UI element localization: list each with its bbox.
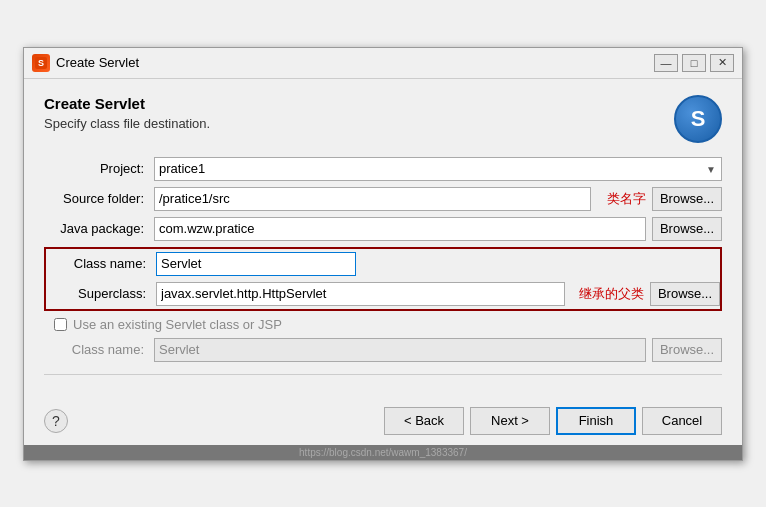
cancel-button[interactable]: Cancel xyxy=(642,407,722,435)
superclass-row: Superclass: 继承的父类 Browse... xyxy=(46,279,720,309)
svg-text:S: S xyxy=(38,58,44,68)
project-row: Project: pratice1 ▼ xyxy=(44,157,722,181)
class-name-section: Class name: Superclass: 继承的父类 Browse... xyxy=(44,247,722,311)
java-package-row: Java package: Browse... xyxy=(44,217,722,241)
window-controls[interactable]: — □ ✕ xyxy=(654,54,734,72)
source-folder-input[interactable] xyxy=(154,187,591,211)
class-name-label: Class name: xyxy=(46,256,156,271)
existing-servlet-checkbox[interactable] xyxy=(54,318,67,331)
back-button[interactable]: < Back xyxy=(384,407,464,435)
checkbox-row: Use an existing Servlet class or JSP xyxy=(44,317,722,332)
help-button[interactable]: ? xyxy=(44,409,68,433)
url-text: https://blog.csdn.net/wawm_1383367/ xyxy=(299,447,467,458)
disabled-class-name-browse-button: Browse... xyxy=(652,338,722,362)
disabled-class-name-label: Class name: xyxy=(44,342,154,357)
annotation-classname: 类名字 xyxy=(607,190,646,208)
form-area: Project: pratice1 ▼ Source folder: 类名字 xyxy=(44,157,722,362)
source-folder-row: Source folder: 类名字 Browse... xyxy=(44,187,722,211)
project-label: Project: xyxy=(44,161,154,176)
class-name-row: Class name: xyxy=(46,249,720,279)
annotation-superclass: 继承的父类 xyxy=(579,285,644,303)
java-package-label: Java package: xyxy=(44,221,154,236)
class-name-input[interactable] xyxy=(156,252,356,276)
close-button[interactable]: ✕ xyxy=(710,54,734,72)
source-folder-label: Source folder: xyxy=(44,191,154,206)
superclass-input[interactable] xyxy=(156,282,565,306)
page-title: Create Servlet xyxy=(44,95,210,112)
logo: S xyxy=(674,95,722,143)
minimize-button[interactable]: — xyxy=(654,54,678,72)
existing-servlet-label[interactable]: Use an existing Servlet class or JSP xyxy=(73,317,282,332)
disabled-class-name-input xyxy=(154,338,646,362)
java-package-input[interactable] xyxy=(154,217,646,241)
page-subtitle: Specify class file destination. xyxy=(44,116,210,131)
dialog-title: Create Servlet xyxy=(56,55,139,70)
source-folder-browse-button[interactable]: Browse... xyxy=(652,187,722,211)
url-bar: https://blog.csdn.net/wawm_1383367/ xyxy=(24,445,742,460)
header-section: Create Servlet Specify class file destin… xyxy=(44,95,722,143)
footer: ? < Back Next > Finish Cancel xyxy=(24,399,742,445)
project-select[interactable]: pratice1 xyxy=(154,157,722,181)
finish-button[interactable]: Finish xyxy=(556,407,636,435)
maximize-button[interactable]: □ xyxy=(682,54,706,72)
disabled-class-name-row: Class name: Browse... xyxy=(44,338,722,362)
dialog-icon: S xyxy=(32,54,50,72)
separator xyxy=(44,374,722,375)
superclass-browse-button[interactable]: Browse... xyxy=(650,282,720,306)
next-button[interactable]: Next > xyxy=(470,407,550,435)
title-bar: S Create Servlet — □ ✕ xyxy=(24,48,742,79)
java-package-browse-button[interactable]: Browse... xyxy=(652,217,722,241)
superclass-label: Superclass: xyxy=(46,286,156,301)
